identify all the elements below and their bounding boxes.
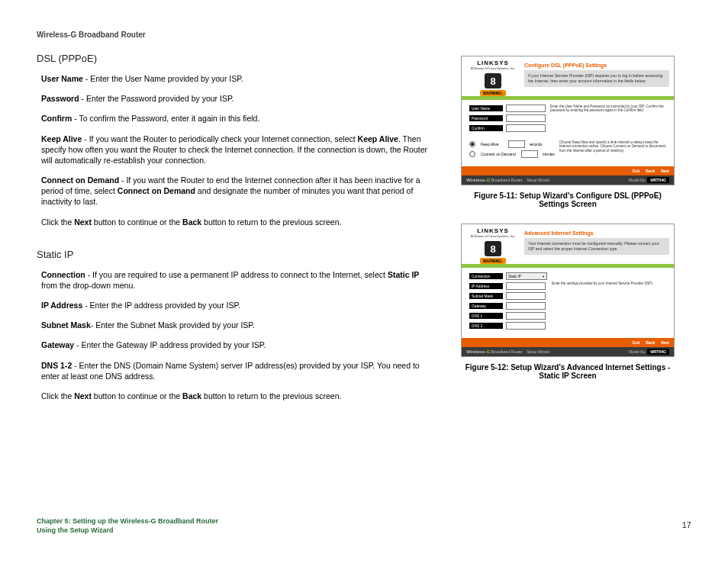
section-static-title: Static IP [37,249,433,260]
figure-caption-2: Figure 5-12: Setup Wizard's Advanced Int… [461,363,675,380]
static-nav: Click the Next button to continue or the… [41,391,433,401]
back-button[interactable]: Back [646,340,655,345]
radio-connectondemand[interactable] [469,151,475,157]
brand-logo: LINKSYS [466,227,520,234]
label-subnetmask: Subnet Mask [469,293,503,299]
section-pppoe-title: DSL (PPPoE) [37,53,433,64]
pppoe-username: User Name - Enter the User Name provided… [41,73,433,84]
help-static: Enter the settings provided by your Inte… [552,272,668,332]
pppoe-nav: Click the Next button to continue or the… [41,217,433,227]
figure-pppoe-screenshot: LINKSYS A Division of Cisco Systems, Inc… [461,56,675,185]
pppoe-connectondemand: Connect on Demand - If you want the Rout… [41,175,433,208]
back-button[interactable]: Back [646,169,655,173]
input-ipaddress[interactable] [506,282,546,290]
static-subnetmask: Subnet Mask- Enter the Subnet Mask provi… [41,320,433,330]
warning-badge: WARNING: [480,258,506,264]
input-gateway[interactable] [506,302,546,310]
input-subnetmask[interactable] [506,292,546,300]
page: Wireless-G Broadband Router DSL (PPPoE) … [0,0,728,563]
figure-static-screenshot: LINKSYS A Division of Cisco Systems, Inc… [461,224,675,357]
model-badge: WRT54G [647,177,669,183]
static-ipaddress: IP Address - Enter the IP address provid… [41,300,433,310]
label-ipaddress: IP Address [469,283,503,289]
pppoe-password: Password - Enter the Password provided b… [41,93,433,104]
wizard-subtitle: Your Internet connection must be configu… [524,238,669,255]
label-dns2: DNS 2 [469,323,503,329]
input-username[interactable] [506,105,546,112]
chevron-down-icon: ▼ [542,275,545,278]
left-column: DSL (PPPoE) User Name - Enter the User N… [37,53,433,410]
page-number: 17 [682,520,691,529]
static-connection: Connection - If you are required to use … [41,269,433,291]
static-dns: DNS 1-2 - Enter the DNS (Domain Name Sys… [41,360,433,381]
input-ondemand-minutes[interactable] [521,150,538,158]
label-password: Password [469,115,503,121]
label-confirm: Confirm [469,125,503,131]
wizard-title: Configure DSL (PPPoE) Settings [524,63,669,68]
label-username: User Name [469,105,503,111]
figure-caption-1: Figure 5-11: Setup Wizard's Configure DS… [461,191,675,208]
next-button[interactable]: Next [661,169,669,173]
next-button[interactable]: Next [661,340,669,345]
right-column: LINKSYS A Division of Cisco Systems, Inc… [461,53,675,410]
model-badge: WRT54G [647,349,669,355]
exit-button[interactable]: Exit [633,169,639,173]
exit-button[interactable]: Exit [633,340,639,345]
input-keepalive-interval[interactable] [508,140,525,148]
pppoe-keepalive: Keep Alive - If you want the Router to p… [41,134,433,166]
step-badge: 8 [485,73,501,88]
wizard-title: Advanced Internet Settings [524,230,669,236]
page-footer: Chapter 5: Setting up the Wireless-G Bro… [37,516,218,536]
warning-badge: WARNING: [480,90,506,96]
input-dns2[interactable] [506,322,546,330]
doc-header: Wireless-G Broadband Router [37,31,691,39]
static-gateway: Gateway - Enter the Gateway IP address p… [41,339,433,350]
brand-logo: LINKSYS [466,60,520,66]
help-connection-mode: Choose Keep Alive and specify a time int… [559,140,668,160]
input-dns1[interactable] [506,312,546,320]
content-columns: DSL (PPPoE) User Name - Enter the User N… [37,53,691,410]
label-dns1: DNS 1 [469,313,503,319]
help-credentials: Enter the User Name and Password as inst… [550,105,668,134]
input-password[interactable] [506,114,546,122]
wizard-subtitle: If your Internet Service Provider (ISP) … [524,70,669,87]
step-badge: 8 [485,241,501,256]
input-confirm[interactable] [506,124,546,132]
label-connection: Connection [469,273,503,279]
pppoe-confirm: Confirm - To confirm the Password, enter… [41,113,433,124]
radio-keepalive[interactable] [469,141,475,147]
label-gateway: Gateway [469,303,503,309]
select-connection[interactable]: Static IP▼ [506,272,547,280]
